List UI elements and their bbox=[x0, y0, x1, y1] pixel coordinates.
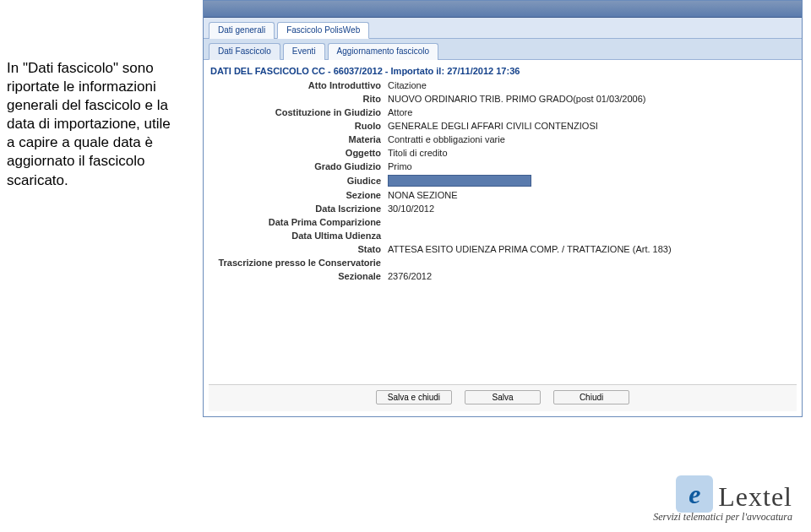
field-value: Titoli di credito bbox=[386, 146, 797, 160]
tab-sub-0[interactable]: Dati Fascicolo bbox=[209, 43, 280, 60]
field-row: Costituzione in GiudizioAttore bbox=[209, 106, 797, 119]
button-bar: Salva e chiudi Salva Chiudi bbox=[209, 384, 797, 411]
field-row: Atto IntroduttivoCitazione bbox=[209, 79, 797, 92]
field-row: Giudice bbox=[209, 173, 797, 188]
save-button[interactable]: Salva bbox=[465, 390, 541, 404]
field-row: MateriaContratti e obbligazioni varie bbox=[209, 133, 797, 146]
tab-top-0[interactable]: Dati generali bbox=[209, 22, 275, 39]
field-value bbox=[386, 256, 797, 269]
logo: e Lextel Servizi telematici per l'avvoca… bbox=[653, 475, 792, 524]
section-title: DATI DEL FASCICOLO CC - 66037/2012 - Imp… bbox=[209, 63, 797, 79]
field-row: Grado GiudizioPrimo bbox=[209, 160, 797, 173]
field-label: Ruolo bbox=[209, 119, 386, 133]
details-table: Atto IntroduttivoCitazioneRitoNUOVO ORDI… bbox=[209, 79, 797, 283]
field-value: GENERALE DEGLI AFFARI CIVILI CONTENZIOSI bbox=[386, 119, 797, 133]
redacted-block bbox=[388, 175, 531, 187]
tab-sub-2[interactable]: Aggiornamento fascicolo bbox=[328, 43, 439, 60]
field-row: Sezionale2376/2012 bbox=[209, 269, 797, 283]
field-value: Contratti e obbligazioni varie bbox=[386, 133, 797, 146]
field-label: Materia bbox=[209, 133, 386, 146]
field-row: SezioneNONA SEZIONE bbox=[209, 188, 797, 202]
field-value bbox=[386, 229, 797, 242]
field-value: Citazione bbox=[386, 79, 797, 92]
field-row: Data Iscrizione30/10/2012 bbox=[209, 202, 797, 215]
tab-sub-1[interactable]: Eventi bbox=[283, 43, 325, 60]
field-value: Attore bbox=[386, 106, 797, 119]
field-value bbox=[386, 173, 797, 188]
field-label: Data Ultima Udienza bbox=[209, 229, 386, 242]
tab-top-1[interactable]: Fascicolo PolisWeb bbox=[277, 22, 369, 39]
field-value: ATTESA ESITO UDIENZA PRIMA COMP. / TRATT… bbox=[386, 242, 797, 256]
field-label: Costituzione in Giudizio bbox=[209, 106, 386, 119]
field-value: NUOVO ORDINARIO TRIB. PRIMO GRADO(post 0… bbox=[386, 92, 797, 106]
field-label: Rito bbox=[209, 92, 386, 106]
save-close-button[interactable]: Salva e chiudi bbox=[376, 390, 452, 404]
tabs-sub: Dati FascicoloEventiAggiornamento fascic… bbox=[204, 39, 802, 60]
field-value bbox=[386, 215, 797, 229]
field-label: Sezione bbox=[209, 188, 386, 202]
field-label: Giudice bbox=[209, 173, 386, 188]
field-row: RuoloGENERALE DEGLI AFFARI CIVILI CONTEN… bbox=[209, 119, 797, 133]
field-label: Atto Introduttivo bbox=[209, 79, 386, 92]
logo-tagline: Servizi telematici per l'avvocatura bbox=[653, 511, 792, 524]
logo-name: Lextel bbox=[718, 481, 792, 513]
field-label: Data Iscrizione bbox=[209, 202, 386, 215]
dialog-window: Dati generaliFascicolo PolisWeb Dati Fas… bbox=[203, 0, 803, 417]
field-row: StatoATTESA ESITO UDIENZA PRIMA COMP. / … bbox=[209, 242, 797, 256]
field-row: Data Ultima Udienza bbox=[209, 229, 797, 242]
field-row: RitoNUOVO ORDINARIO TRIB. PRIMO GRADO(po… bbox=[209, 92, 797, 106]
field-label: Stato bbox=[209, 242, 386, 256]
dialog-titlebar bbox=[204, 1, 802, 18]
field-row: OggettoTitoli di credito bbox=[209, 146, 797, 160]
field-value: 30/10/2012 bbox=[386, 202, 797, 215]
field-row: Data Prima Comparizione bbox=[209, 215, 797, 229]
field-value: Primo bbox=[386, 160, 797, 173]
field-label: Oggetto bbox=[209, 146, 386, 160]
close-button[interactable]: Chiudi bbox=[553, 390, 629, 404]
tab-content: DATI DEL FASCICOLO CC - 66037/2012 - Imp… bbox=[204, 60, 802, 416]
field-value: NONA SEZIONE bbox=[386, 188, 797, 202]
field-label: Grado Giudizio bbox=[209, 160, 386, 173]
field-value: 2376/2012 bbox=[386, 269, 797, 283]
field-row: Trascrizione presso le Conservatorie bbox=[209, 256, 797, 269]
logo-mark-icon: e bbox=[676, 475, 713, 513]
description-text: In "Dati fascicolo" sono riportate le in… bbox=[0, 59, 186, 190]
field-label: Sezionale bbox=[209, 269, 386, 283]
tabs-top: Dati generaliFascicolo PolisWeb bbox=[204, 18, 802, 39]
field-label: Trascrizione presso le Conservatorie bbox=[209, 256, 386, 269]
field-label: Data Prima Comparizione bbox=[209, 215, 386, 229]
